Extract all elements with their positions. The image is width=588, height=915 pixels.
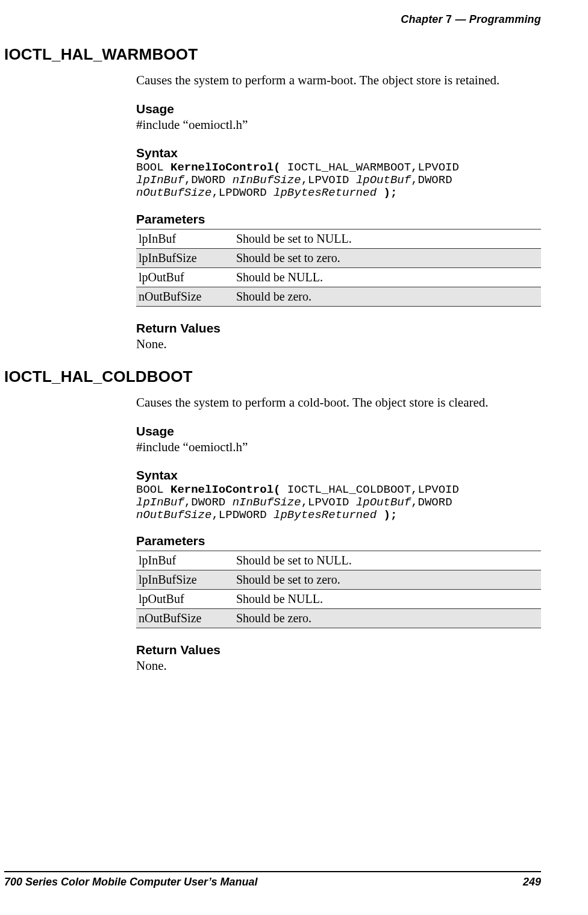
- page-number: 249: [523, 876, 541, 888]
- section-desc: Causes the system to perform a cold-boot…: [136, 395, 541, 411]
- syntax-token: lpOutBuf: [356, 496, 411, 509]
- syntax-token: lpOutBuf: [356, 173, 411, 187]
- table-row: lpInBufSize Should be set to zero.: [136, 248, 541, 267]
- param-name: lpInBuf: [136, 229, 234, 248]
- param-desc: Should be zero.: [234, 287, 541, 306]
- syntax-token: );: [377, 508, 397, 522]
- return-values-text: None.: [136, 337, 541, 352]
- syntax-token: );: [377, 186, 397, 199]
- syntax-heading: Syntax: [136, 146, 541, 160]
- param-name: nOutBufSize: [136, 287, 234, 306]
- manual-title: 700 Series Color Mobile Computer User’s …: [4, 876, 257, 888]
- syntax-token: KernelIoControl(: [170, 161, 280, 174]
- usage-heading: Usage: [136, 424, 541, 439]
- table-row: lpInBuf Should be set to NULL.: [136, 551, 541, 570]
- syntax-token: ,DWORD: [411, 173, 452, 187]
- syntax-token: lpBytesReturned: [274, 186, 377, 199]
- table-row: lpInBufSize Should be set to zero.: [136, 570, 541, 590]
- chapter-word: Chapter: [401, 13, 442, 25]
- syntax-heading: Syntax: [136, 468, 541, 482]
- section-desc: Causes the system to perform a warm-boot…: [136, 72, 541, 89]
- syntax-token: lpInBuf: [136, 496, 184, 509]
- syntax-token: IOCTL_HAL_COLDBOOT,LPVOID: [280, 483, 458, 496]
- section-body-coldboot: Causes the system to perform a cold-boot…: [136, 395, 541, 674]
- document-page: Chapter 7 — Programming IOCTL_HAL_WARMBO…: [0, 0, 588, 915]
- param-desc: Should be NULL.: [234, 267, 541, 287]
- page-content: IOCTL_HAL_WARMBOOT Causes the system to …: [4, 45, 541, 689]
- usage-text: #include “oemioctl.h”: [136, 117, 541, 133]
- param-name: lpInBuf: [136, 551, 234, 570]
- param-desc: Should be zero.: [234, 609, 541, 628]
- header-dash: —: [455, 13, 466, 25]
- syntax-token: BOOL: [136, 483, 170, 496]
- param-name: nOutBufSize: [136, 609, 234, 628]
- syntax-block: BOOL KernelIoControl( IOCTL_HAL_COLDBOOT…: [136, 484, 541, 522]
- parameters-table: lpInBuf Should be set to NULL. lpInBufSi…: [136, 229, 541, 307]
- param-name: lpInBufSize: [136, 570, 234, 590]
- syntax-token: ,LPDWORD: [211, 508, 274, 522]
- parameters-heading: Parameters: [136, 212, 541, 226]
- syntax-token: ,DWORD: [184, 173, 233, 187]
- syntax-token: nOutBufSize: [136, 508, 211, 522]
- syntax-token: IOCTL_HAL_WARMBOOT,LPVOID: [280, 161, 458, 174]
- param-desc: Should be set to zero.: [234, 248, 541, 267]
- section-body-warmboot: Causes the system to perform a warm-boot…: [136, 72, 541, 352]
- param-name: lpOutBuf: [136, 590, 234, 609]
- syntax-token: ,LPVOID: [301, 496, 356, 509]
- syntax-token: ,LPVOID: [301, 173, 356, 187]
- param-desc: Should be NULL.: [234, 590, 541, 609]
- param-name: lpOutBuf: [136, 267, 234, 287]
- param-name: lpInBufSize: [136, 248, 234, 267]
- chapter-number: 7: [446, 13, 452, 25]
- syntax-token: nInBufSize: [233, 173, 301, 187]
- syntax-token: lpInBuf: [136, 173, 184, 187]
- usage-heading: Usage: [136, 102, 541, 116]
- usage-text: #include “oemioctl.h”: [136, 440, 541, 455]
- return-values-heading: Return Values: [136, 321, 541, 336]
- syntax-token: ,DWORD: [184, 496, 233, 509]
- parameters-table: lpInBuf Should be set to NULL. lpInBufSi…: [136, 551, 541, 628]
- table-row: nOutBufSize Should be zero.: [136, 609, 541, 628]
- running-header: Chapter 7 — Programming: [401, 13, 541, 26]
- syntax-token: lpBytesReturned: [274, 508, 377, 522]
- section-title-warmboot: IOCTL_HAL_WARMBOOT: [4, 45, 541, 64]
- syntax-token: KernelIoControl(: [170, 483, 280, 496]
- parameters-heading: Parameters: [136, 534, 541, 548]
- section-title-coldboot: IOCTL_HAL_COLDBOOT: [4, 367, 541, 386]
- param-desc: Should be set to zero.: [234, 570, 541, 590]
- param-desc: Should be set to NULL.: [234, 551, 541, 570]
- param-desc: Should be set to NULL.: [234, 229, 541, 248]
- syntax-token: BOOL: [136, 161, 170, 174]
- syntax-token: nOutBufSize: [136, 186, 211, 199]
- syntax-block: BOOL KernelIoControl( IOCTL_HAL_WARMBOOT…: [136, 161, 541, 200]
- return-values-text: None.: [136, 658, 541, 673]
- chapter-title: Programming: [469, 13, 541, 25]
- syntax-token: ,LPDWORD: [211, 186, 274, 199]
- table-row: nOutBufSize Should be zero.: [136, 287, 541, 306]
- table-row: lpOutBuf Should be NULL.: [136, 590, 541, 609]
- syntax-token: nInBufSize: [233, 496, 301, 509]
- page-footer: 700 Series Color Mobile Computer User’s …: [4, 871, 541, 888]
- table-row: lpInBuf Should be set to NULL.: [136, 229, 541, 248]
- table-row: lpOutBuf Should be NULL.: [136, 267, 541, 287]
- return-values-heading: Return Values: [136, 643, 541, 657]
- syntax-token: ,DWORD: [411, 496, 452, 509]
